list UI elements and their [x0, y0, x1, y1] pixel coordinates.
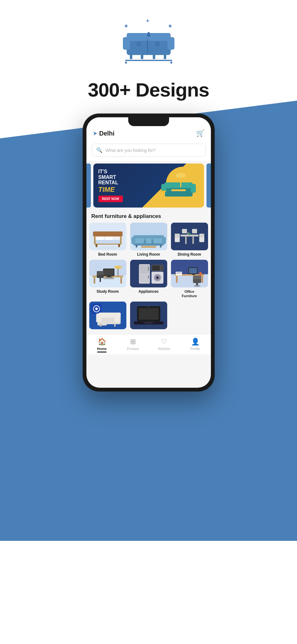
nav-profile-label: Profile — [190, 347, 200, 351]
study-label: Study Room — [96, 289, 119, 294]
svg-rect-14 — [125, 60, 172, 61]
svg-rect-61 — [187, 232, 189, 235]
category-extra1[interactable] — [89, 302, 127, 331]
category-appliances[interactable]: Appliances — [130, 260, 168, 298]
banner-main[interactable]: IT'SSMARTRENTAL TIME RENT NOW — [93, 164, 204, 208]
svg-rect-126 — [145, 322, 153, 324]
banner-text: IT'SSMARTRENTAL TIME RENT NOW — [98, 169, 123, 202]
svg-rect-118 — [114, 324, 116, 327]
svg-rect-50 — [160, 245, 162, 247]
svg-rect-70 — [104, 269, 114, 275]
appliances-label: Appliances — [138, 289, 158, 294]
banner-headline: IT'SSMARTRENTAL — [98, 169, 123, 186]
hero-title: 300+ Designs — [88, 79, 209, 101]
appliances-image — [130, 260, 167, 287]
svg-rect-84 — [148, 275, 149, 279]
svg-rect-21 — [164, 182, 193, 188]
svg-rect-72 — [106, 277, 112, 277]
svg-rect-115 — [114, 314, 119, 322]
svg-rect-37 — [96, 244, 97, 247]
svg-rect-107 — [199, 272, 202, 275]
svg-rect-44 — [131, 237, 136, 244]
svg-rect-77 — [118, 268, 118, 276]
search-placeholder: What are you looking for? — [106, 148, 156, 153]
svg-rect-45 — [162, 237, 166, 244]
svg-point-9 — [155, 42, 160, 47]
nav-profile[interactable]: 👤 Profile — [184, 338, 206, 353]
svg-rect-26 — [160, 191, 166, 192]
dining-label: Dining Room — [178, 252, 201, 257]
svg-rect-104 — [193, 275, 201, 279]
svg-rect-36 — [93, 231, 123, 236]
svg-rect-11 — [141, 54, 143, 59]
category-living[interactable]: Living Room — [130, 223, 168, 257]
svg-point-88 — [157, 277, 158, 279]
svg-rect-24 — [171, 189, 186, 191]
cart-icon[interactable]: 🛒 — [196, 129, 205, 137]
svg-rect-47 — [146, 238, 151, 243]
banner-area[interactable]: IT'SSMARTRENTAL TIME RENT NOW — [86, 161, 211, 210]
category-extra2[interactable] — [130, 302, 168, 331]
phone-wrapper: ➤ Delhi 🛒 🔍 What are you looking for? IT… — [0, 114, 297, 391]
category-bedroom[interactable]: Bed Room — [89, 223, 127, 257]
furniture-grid: Bed Room — [86, 223, 211, 331]
living-image — [130, 223, 167, 250]
svg-rect-25 — [161, 191, 165, 196]
extra1-image — [89, 302, 126, 329]
svg-rect-76 — [100, 278, 101, 282]
nav-product-label: Product — [127, 347, 139, 351]
svg-point-123 — [148, 306, 149, 307]
svg-rect-62 — [182, 229, 187, 233]
svg-rect-18 — [148, 32, 150, 35]
banner-subheading: TIME — [98, 186, 123, 194]
rent-now-button[interactable]: RENT NOW — [98, 196, 123, 202]
product-icon: ⊞ — [130, 338, 136, 346]
svg-rect-73 — [103, 277, 114, 279]
svg-rect-117 — [100, 324, 102, 327]
svg-rect-105 — [196, 283, 198, 285]
svg-rect-90 — [152, 265, 160, 270]
svg-rect-63 — [192, 229, 197, 233]
svg-point-28 — [176, 173, 186, 178]
svg-rect-83 — [148, 267, 149, 271]
search-bar[interactable]: 🔍 What are you looking for? — [91, 144, 206, 157]
category-dining[interactable]: Dining Room — [171, 223, 208, 257]
category-office[interactable]: Office Furniture — [171, 260, 208, 298]
svg-rect-96 — [201, 276, 203, 283]
nav-wishlist[interactable]: ♡ Wishlist — [153, 338, 175, 353]
svg-rect-101 — [176, 272, 181, 273]
nav-wishlist-label: Wishlist — [158, 347, 170, 351]
svg-rect-68 — [120, 277, 122, 284]
home-icon: 🏠 — [98, 338, 106, 346]
location-area[interactable]: ➤ Delhi — [93, 130, 115, 137]
svg-point-8 — [136, 42, 141, 47]
svg-rect-15 — [125, 62, 127, 64]
sofa-icon: ✦ ✦ ✦ — [117, 16, 180, 72]
study-image — [89, 260, 126, 287]
living-label: Living Room — [137, 252, 160, 257]
svg-rect-48 — [153, 238, 162, 243]
svg-rect-67 — [94, 277, 95, 284]
svg-rect-55 — [192, 236, 194, 244]
svg-rect-35 — [96, 240, 120, 244]
bedroom-image — [89, 223, 126, 250]
svg-rect-46 — [135, 238, 144, 243]
nav-home[interactable]: 🏠 Home — [91, 338, 113, 353]
svg-point-78 — [114, 266, 122, 269]
svg-rect-98 — [189, 268, 197, 274]
phone-screen: ➤ Delhi 🛒 🔍 What are you looking for? IT… — [86, 117, 211, 388]
nav-product[interactable]: ⊞ Product — [122, 338, 144, 353]
svg-rect-102 — [176, 273, 180, 274]
svg-rect-91 — [161, 265, 163, 270]
svg-point-106 — [194, 285, 200, 287]
svg-rect-57 — [175, 234, 180, 237]
svg-rect-12 — [153, 54, 155, 59]
svg-rect-5 — [123, 37, 130, 50]
svg-rect-95 — [176, 276, 178, 283]
svg-rect-23 — [191, 184, 196, 193]
office-image — [171, 260, 208, 287]
category-study[interactable]: Study Room — [89, 260, 127, 298]
svg-rect-13 — [164, 54, 166, 59]
svg-rect-116 — [97, 322, 107, 325]
section-title: Rent furniture & appliances — [86, 210, 211, 223]
